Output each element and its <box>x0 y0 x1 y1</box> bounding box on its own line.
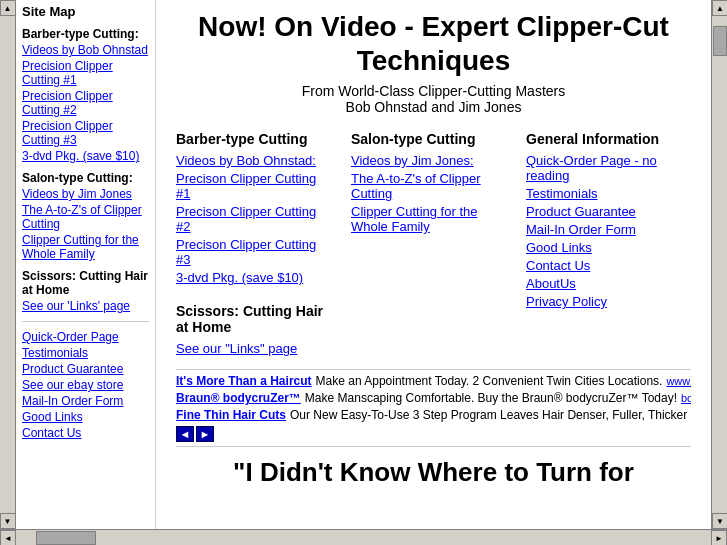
main-atoz[interactable]: The A-to-Z's of Clipper Cutting <box>351 171 506 201</box>
ad-row-0: It's More Than a Haircut Make an Appoint… <box>176 374 691 388</box>
main-content: Now! On Video - Expert Clipper-Cut Techn… <box>156 0 711 529</box>
sidebar-link-precision1[interactable]: Precision Clipper Cutting #1 <box>22 59 149 87</box>
ad-text-2: Our New Easy-To-Use 3 Step Program Leave… <box>290 408 687 422</box>
sidebar-link-precision3[interactable]: Precision Clipper Cutting #3 <box>22 119 149 147</box>
links-section: Barber-type Cutting Videos by Bob Ohnsta… <box>176 131 691 359</box>
sidebar-link-jim-jones[interactable]: Videos by Jim Jones <box>22 187 149 201</box>
sidebar-link-3dvd[interactable]: 3-dvd Pkg. (save $10) <box>22 149 149 163</box>
ad-prev-button[interactable]: ◄ <box>176 426 194 442</box>
sidebar-ebay-store[interactable]: See our ebay store <box>22 378 149 392</box>
sidebar-divider <box>22 321 149 322</box>
sidebar-good-links[interactable]: Good Links <box>22 410 149 424</box>
sitemap-title: Site Map <box>22 4 149 19</box>
page-subtitle: From World-Class Clipper-Cutting Masters… <box>176 83 691 115</box>
ad-link-1[interactable]: Braun® bodycruZer™ <box>176 391 301 405</box>
main-whole-family[interactable]: Clipper Cutting for the Whole Family <box>351 204 506 234</box>
subtitle-line1: From World-Class Clipper-Cutting Masters <box>302 83 565 99</box>
ad-next-button[interactable]: ► <box>196 426 214 442</box>
ad-text-0: Make an Appointment Today. 2 Convenient … <box>316 374 663 388</box>
ad-small-0[interactable]: www.razeformer... <box>666 375 691 387</box>
right-scrollbar: ▲ ▼ <box>711 0 727 529</box>
main-precision3[interactable]: Precison Clipper Cutting #3 <box>176 237 331 267</box>
bottom-scroll-right[interactable]: ► <box>711 530 727 545</box>
main-jim-jones[interactable]: Videos by Jim Jones: <box>351 153 506 168</box>
sidebar-link-links-page[interactable]: See our 'Links' page <box>22 299 149 313</box>
ad-small-1[interactable]: bodycruZer.B... <box>681 392 691 404</box>
ad-row-1: Braun® bodycruZer™ Make Manscaping Comfo… <box>176 391 691 405</box>
barber-col: Barber-type Cutting Videos by Bob Ohnsta… <box>176 131 341 359</box>
bottom-scroll-left[interactable]: ◄ <box>0 530 16 545</box>
barber-col-title: Barber-type Cutting <box>176 131 331 147</box>
salon-col: Salon-type Cutting Videos by Jim Jones: … <box>341 131 516 359</box>
main-precision1[interactable]: Precison Clipper Cutting #1 <box>176 171 331 201</box>
left-scrollbar: ▲ ▼ <box>0 0 16 529</box>
main-mail-in-order[interactable]: Mail-In Order Form <box>526 222 681 237</box>
ad-link-2[interactable]: Fine Thin Hair Cuts <box>176 408 286 422</box>
main-bob-ohnstad[interactable]: Videos by Bob Ohnstad: <box>176 153 331 168</box>
left-scroll-down[interactable]: ▼ <box>0 513 16 529</box>
bottom-title: "I Didn't Know Where to Turn for <box>176 457 691 488</box>
right-scroll-down[interactable]: ▼ <box>712 513 727 529</box>
main-privacy-policy[interactable]: Privacy Policy <box>526 294 681 309</box>
general-col: General Information Quick-Order Page - n… <box>516 131 691 359</box>
sidebar-contact-us[interactable]: Contact Us <box>22 426 149 440</box>
ad-nav: ◄ ► <box>176 426 691 442</box>
sidebar-link-precision2[interactable]: Precision Clipper Cutting #2 <box>22 89 149 117</box>
right-scroll-up[interactable]: ▲ <box>712 0 727 16</box>
sidebar-quick-order[interactable]: Quick-Order Page <box>22 330 149 344</box>
bottom-scroll-thumb[interactable] <box>36 531 96 545</box>
main-good-links[interactable]: Good Links <box>526 240 681 255</box>
main-about-us[interactable]: AboutUs <box>526 276 681 291</box>
salon-col-title: Salon-type Cutting <box>351 131 506 147</box>
ad-link-0[interactable]: It's More Than a Haircut <box>176 374 312 388</box>
sidebar-mail-in-order[interactable]: Mail-In Order Form <box>22 394 149 408</box>
left-scroll-up[interactable]: ▲ <box>0 0 16 16</box>
ad-bar: It's More Than a Haircut Make an Appoint… <box>176 369 691 447</box>
sidebar-link-atoz[interactable]: The A-to-Z's of Clipper Cutting <box>22 203 149 231</box>
general-col-title: General Information <box>526 131 681 147</box>
sidebar-link-bob-ohnstad[interactable]: Videos by Bob Ohnstad <box>22 43 149 57</box>
sidebar-link-whole-family[interactable]: Clipper Cutting for the Whole Family <box>22 233 149 261</box>
ad-row-2: Fine Thin Hair Cuts Our New Easy-To-Use … <box>176 408 691 422</box>
bottom-scroll-track <box>16 530 711 545</box>
main-product-guarantee[interactable]: Product Guarantee <box>526 204 681 219</box>
main-links-page[interactable]: See our "Links" page <box>176 341 331 356</box>
salon-section-title: Salon-type Cutting: <box>22 171 149 185</box>
right-scroll-track <box>712 16 727 513</box>
main-3dvd[interactable]: 3-dvd Pkg. (save $10) <box>176 270 331 285</box>
subtitle-line2: Bob Ohnstad and Jim Jones <box>346 99 522 115</box>
sidebar-product-guarantee[interactable]: Product Guarantee <box>22 362 149 376</box>
main-precision2[interactable]: Precison Clipper Cutting #2 <box>176 204 331 234</box>
main-testimonials[interactable]: Testimonials <box>526 186 681 201</box>
main-contact-us[interactable]: Contact Us <box>526 258 681 273</box>
right-scroll-thumb[interactable] <box>713 26 727 56</box>
barber-section-title: Barber-type Cutting: <box>22 27 149 41</box>
main-quick-order[interactable]: Quick-Order Page - no reading <box>526 153 681 183</box>
bottom-scrollbar: ◄ ► <box>0 529 727 545</box>
scissors-section-title: Scissors: Cutting Hair at Home <box>22 269 149 297</box>
sidebar-testimonials[interactable]: Testimonials <box>22 346 149 360</box>
sidebar: Site Map Barber-type Cutting: Videos by … <box>16 0 156 529</box>
ad-text-1: Make Manscaping Comfortable. Buy the Bra… <box>305 391 677 405</box>
main-layout: ▲ ▼ Site Map Barber-type Cutting: Videos… <box>0 0 727 529</box>
scissors-col-title: Scissors: Cutting Hair at Home <box>176 303 331 335</box>
page-title: Now! On Video - Expert Clipper-Cut Techn… <box>176 10 691 77</box>
